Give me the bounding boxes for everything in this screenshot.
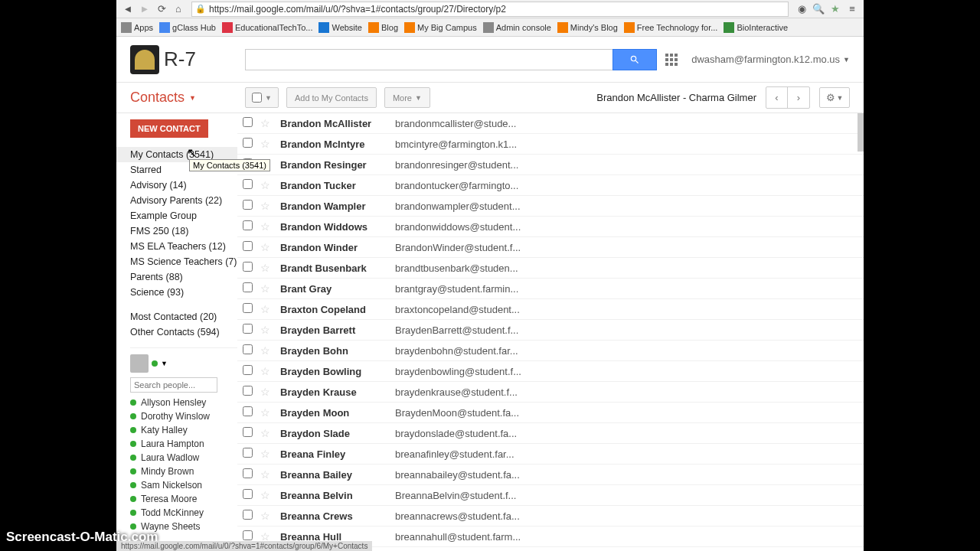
star-button[interactable]: ☆ bbox=[257, 217, 277, 237]
star-button[interactable]: ☆ bbox=[257, 403, 277, 423]
bookmark-item[interactable]: My Big Campus bbox=[404, 22, 477, 33]
row-checkbox[interactable] bbox=[243, 344, 253, 354]
contact-row[interactable]: ☆Breana Finleybreanafinley@student.far..… bbox=[237, 444, 864, 465]
logo[interactable]: R-7 bbox=[130, 45, 245, 74]
sidebar-group-item[interactable]: MS Science Teachers (7) bbox=[130, 254, 237, 269]
star-button[interactable]: ☆ bbox=[257, 465, 277, 485]
star-button[interactable]: ☆ bbox=[257, 423, 277, 444]
apps-icon[interactable] bbox=[665, 54, 678, 66]
row-checkbox[interactable] bbox=[243, 448, 253, 458]
contact-row[interactable]: ☆Brandon McIntyrebmcintyre@farmington.k1… bbox=[237, 134, 864, 155]
contact-row[interactable]: ☆Braxton Copelandbraxtoncopeland@student… bbox=[237, 299, 864, 320]
sidebar-group-item[interactable]: Science (93) bbox=[130, 285, 237, 300]
contact-row[interactable]: ☆Brayden Krausebraydenkrause@student.f..… bbox=[237, 382, 864, 403]
chat-contact-item[interactable]: Todd McKinney bbox=[130, 506, 237, 520]
star-button[interactable]: ☆ bbox=[257, 299, 277, 320]
star-button[interactable]: ☆ bbox=[257, 506, 277, 527]
avatar[interactable] bbox=[130, 354, 149, 373]
star-button[interactable]: ☆ bbox=[257, 237, 277, 258]
row-checkbox[interactable] bbox=[243, 282, 253, 292]
menu-icon[interactable]: ≡ bbox=[845, 2, 859, 16]
contact-row[interactable]: ☆Braydon Sladebraydonslade@student.fa... bbox=[237, 423, 864, 444]
sidebar-group-item[interactable]: Advisory Parents (22) bbox=[130, 193, 237, 208]
contact-row[interactable]: ☆Brant Graybrantgray@student.farmin... bbox=[237, 279, 864, 299]
star-button[interactable]: ☆ bbox=[257, 258, 277, 279]
row-checkbox[interactable] bbox=[243, 386, 253, 396]
star-button[interactable]: ☆ bbox=[257, 175, 277, 196]
contacts-dropdown[interactable]: Contacts ▼ bbox=[130, 90, 245, 106]
zoom-icon[interactable]: 🔍 bbox=[812, 2, 825, 16]
chat-contact-item[interactable]: Laura Hampton bbox=[130, 437, 237, 451]
contact-row[interactable]: ☆Brayden MoonBraydenMoon@student.fa... bbox=[237, 403, 864, 423]
row-checkbox[interactable] bbox=[243, 117, 253, 127]
url-bar[interactable]: 🔒 https://mail.google.com/mail/u/0/?shva… bbox=[191, 2, 789, 17]
contact-row[interactable]: ☆Brandon McAllisterbrandonmcallister@stu… bbox=[237, 113, 864, 134]
contact-row[interactable]: ☆Breanna Baileybreannabailey@student.fa.… bbox=[237, 465, 864, 485]
star-button[interactable]: ☆ bbox=[257, 444, 277, 465]
reload-icon[interactable]: ⟳ bbox=[155, 2, 168, 16]
contact-row[interactable]: ☆Breanna BelvinBreannaBelvin@student.f..… bbox=[237, 485, 864, 506]
sidebar-group-item[interactable]: MS ELA Teachers (12) bbox=[130, 239, 237, 254]
row-checkbox[interactable] bbox=[243, 427, 253, 437]
next-page-button[interactable]: › bbox=[788, 87, 809, 108]
star-button[interactable]: ☆ bbox=[257, 196, 277, 217]
sidebar-group-item[interactable]: FMS 250 (18) bbox=[130, 223, 237, 239]
contact-row[interactable]: ☆Brandt Busenbarkbrandtbusenbark@studen.… bbox=[237, 258, 864, 279]
bookmark-item[interactable]: Apps bbox=[121, 22, 153, 33]
star-button[interactable]: ☆ bbox=[257, 134, 277, 155]
star-button[interactable]: ☆ bbox=[257, 485, 277, 506]
chat-contact-item[interactable]: Katy Halley bbox=[130, 423, 237, 437]
chat-search-input[interactable] bbox=[130, 377, 217, 393]
row-checkbox[interactable] bbox=[243, 365, 253, 375]
search-input[interactable] bbox=[245, 49, 612, 70]
row-checkbox[interactable] bbox=[243, 138, 253, 148]
home-icon[interactable]: ⌂ bbox=[172, 2, 185, 16]
contact-row[interactable]: ☆Brandon Widdowsbrandonwiddows@student..… bbox=[237, 217, 864, 237]
bookmark-item[interactable]: Admin console bbox=[483, 22, 551, 33]
sidebar-group-item[interactable]: Example Group bbox=[130, 208, 237, 223]
sidebar-group-item[interactable]: Most Contacted (20) bbox=[130, 309, 237, 324]
row-checkbox[interactable] bbox=[243, 324, 253, 334]
contact-row[interactable]: ☆Brayden BarrettBraydenBarrett@student.f… bbox=[237, 320, 864, 341]
sidebar-group-item[interactable]: Parents (88) bbox=[130, 269, 237, 285]
star-button[interactable]: ☆ bbox=[257, 361, 277, 382]
chat-contact-item[interactable]: Allyson Hensley bbox=[130, 396, 237, 409]
bookmark-item[interactable]: gClass Hub bbox=[159, 22, 216, 33]
new-contact-button[interactable]: NEW CONTACT bbox=[130, 119, 208, 138]
select-all-checkbox[interactable] bbox=[252, 93, 262, 103]
contact-row[interactable]: ☆Brayden Bowlingbraydenbowling@student.f… bbox=[237, 361, 864, 382]
chat-contact-item[interactable]: Mindy Brown bbox=[130, 465, 237, 478]
user-menu[interactable]: dwasham@farmington.k12.mo.us ▼ bbox=[691, 54, 850, 65]
row-checkbox[interactable] bbox=[243, 262, 253, 272]
scrollbar[interactable] bbox=[858, 113, 864, 152]
chevron-down-icon[interactable]: ▼ bbox=[161, 360, 168, 367]
more-button[interactable]: More ▼ bbox=[384, 87, 430, 108]
sidebar-group-item[interactable]: Advisory (14) bbox=[130, 178, 237, 193]
chat-contact-item[interactable]: Dorothy Winslow bbox=[130, 409, 237, 423]
row-checkbox[interactable] bbox=[243, 241, 253, 251]
add-to-contacts-button[interactable]: Add to My Contacts bbox=[286, 87, 377, 108]
select-all-button[interactable]: ▼ bbox=[245, 87, 279, 108]
contact-row[interactable]: ☆Brayden Bohnbraydenbohn@student.far... bbox=[237, 341, 864, 361]
bookmark-item[interactable]: BioInteractive bbox=[724, 22, 788, 33]
back-icon[interactable]: ◄ bbox=[121, 2, 135, 16]
contact-row[interactable]: ☆Brandon WinderBrandonWinder@student.f..… bbox=[237, 237, 864, 258]
sidebar-group-item[interactable]: Other Contacts (594) bbox=[130, 324, 237, 340]
row-checkbox[interactable] bbox=[243, 406, 253, 416]
row-checkbox[interactable] bbox=[243, 468, 253, 478]
row-checkbox[interactable] bbox=[243, 530, 253, 540]
row-checkbox[interactable] bbox=[243, 510, 253, 520]
star-button[interactable]: ☆ bbox=[257, 113, 277, 134]
eye-icon[interactable]: ◉ bbox=[795, 2, 808, 16]
row-checkbox[interactable] bbox=[243, 200, 253, 210]
chat-contact-item[interactable]: Sam Nickelson bbox=[130, 478, 237, 492]
bookmark-item[interactable]: Website bbox=[318, 22, 362, 33]
star-button[interactable]: ☆ bbox=[257, 341, 277, 361]
star-button[interactable]: ☆ bbox=[257, 279, 277, 299]
prev-page-button[interactable]: ‹ bbox=[766, 87, 788, 108]
settings-button[interactable]: ⚙ ▼ bbox=[819, 87, 850, 108]
bookmark-item[interactable]: EducationalTechTo... bbox=[222, 22, 313, 33]
chat-contact-item[interactable]: Laura Wadlow bbox=[130, 451, 237, 465]
star-icon[interactable]: ★ bbox=[828, 2, 842, 16]
chat-contact-item[interactable]: Teresa Moore bbox=[130, 492, 237, 506]
